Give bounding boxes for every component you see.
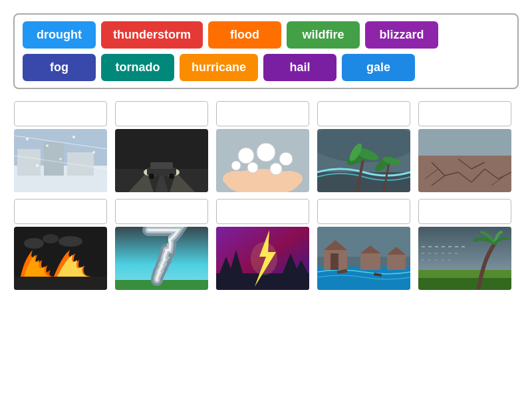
svg-point-62 [59,236,82,247]
match-item-flood [317,199,411,297]
svg-rect-2 [17,149,41,176]
match-item-tornado [114,199,209,297]
svg-point-32 [270,163,282,175]
svg-point-12 [36,164,39,167]
svg-point-28 [238,148,254,164]
svg-rect-68 [216,273,309,290]
svg-point-22 [149,174,154,179]
svg-point-60 [24,238,44,249]
svg-rect-84 [418,277,511,290]
svg-point-30 [279,152,293,166]
match-item-gale [418,199,512,297]
chip-flood[interactable]: flood [208,21,281,49]
match-area [13,101,519,297]
svg-point-7 [26,138,29,140]
match-item-lightning [215,199,310,297]
svg-rect-85 [418,270,511,278]
answer-box-blizzard[interactable] [14,101,107,126]
svg-point-69 [251,242,277,275]
match-item-hail [215,101,310,199]
svg-point-61 [43,234,59,243]
svg-point-8 [46,144,49,147]
word-bank: drought thunderstorm flood wildfire bliz… [13,13,519,89]
chip-hurricane[interactable]: hurricane [180,54,258,81]
svg-point-29 [257,143,275,162]
svg-rect-59 [14,277,107,290]
answer-box-gale[interactable] [418,199,511,224]
chip-fog[interactable]: fog [23,54,96,81]
svg-point-11 [59,158,62,160]
answer-box-wildfire[interactable] [14,199,107,224]
answer-box-lightning[interactable] [216,199,309,224]
chip-tornado[interactable]: tornado [101,54,174,81]
chip-wildfire[interactable]: wildfire [287,21,360,49]
match-row-1 [13,101,519,199]
chip-blizzard[interactable]: blizzard [365,21,438,49]
answer-box-hurricane[interactable] [317,101,410,126]
svg-point-26 [223,171,249,187]
answer-box-hail[interactable] [216,101,309,126]
match-item-blizzard [13,101,108,199]
answer-box-drought[interactable] [418,101,511,126]
chip-gale[interactable]: gale [342,54,415,81]
svg-rect-46 [418,129,511,156]
svg-rect-75 [331,253,338,270]
match-item-thunderstorm [114,101,209,199]
answer-box-thunderstorm[interactable] [115,101,208,126]
svg-rect-83 [418,227,511,270]
svg-point-9 [72,136,75,138]
svg-rect-21 [150,162,173,169]
match-row-2 [13,199,519,297]
match-item-wildfire [13,199,108,297]
svg-rect-76 [360,253,380,270]
match-item-hurricane [317,101,411,199]
svg-point-10 [92,151,95,154]
svg-point-31 [247,162,258,173]
answer-box-flood[interactable] [317,199,410,224]
chip-hail[interactable]: hail [263,54,336,81]
chip-thunderstorm[interactable]: thunderstorm [101,21,203,49]
svg-rect-45 [418,156,511,192]
svg-point-23 [169,174,174,179]
match-item-drought [418,101,512,199]
answer-box-tornado[interactable] [115,199,208,224]
svg-rect-78 [387,255,406,270]
svg-point-33 [231,161,241,170]
chip-drought[interactable]: drought [23,21,96,49]
